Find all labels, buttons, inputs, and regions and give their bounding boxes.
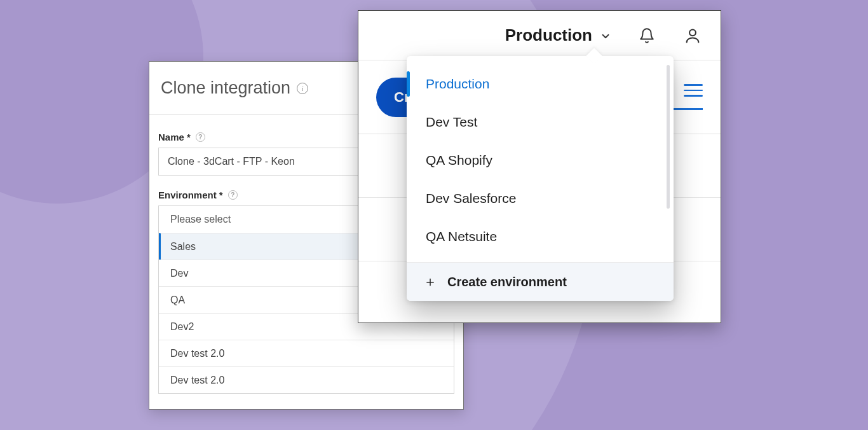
menu-icon[interactable] <box>684 84 703 97</box>
environment-option[interactable]: Dev test 2.0 <box>159 340 454 366</box>
environment-menu-item[interactable]: Production <box>407 65 674 103</box>
clone-panel-title: Clone integration <box>161 78 290 98</box>
chevron-down-icon <box>600 31 610 41</box>
help-icon[interactable]: ? <box>196 132 205 142</box>
environment-selector[interactable]: Production <box>505 25 610 45</box>
info-icon[interactable]: i <box>297 83 308 94</box>
help-icon[interactable]: ? <box>228 190 238 200</box>
bell-icon[interactable] <box>638 27 656 45</box>
plus-icon: ＋ <box>423 275 437 289</box>
environment-label: Environment * <box>158 190 223 200</box>
environment-menu: ProductionDev TestQA ShopifyDev Salesfor… <box>407 56 674 301</box>
name-label: Name * <box>158 132 191 142</box>
user-icon[interactable] <box>684 27 702 45</box>
environment-menu-item[interactable]: Dev Test <box>407 103 674 141</box>
environment-menu-item[interactable]: QA Netsuite <box>407 218 674 256</box>
create-environment-label: Create environment <box>447 275 567 289</box>
environment-menu-item[interactable]: QA Shopify <box>407 141 674 179</box>
svg-point-0 <box>689 29 696 36</box>
environment-selector-label: Production <box>505 25 592 45</box>
environment-option[interactable]: Dev test 2.0 <box>159 366 454 393</box>
environment-menu-item[interactable]: Dev Salesforce <box>407 179 674 218</box>
top-bar: Production <box>358 11 721 60</box>
create-environment-action[interactable]: ＋ Create environment <box>407 263 674 301</box>
